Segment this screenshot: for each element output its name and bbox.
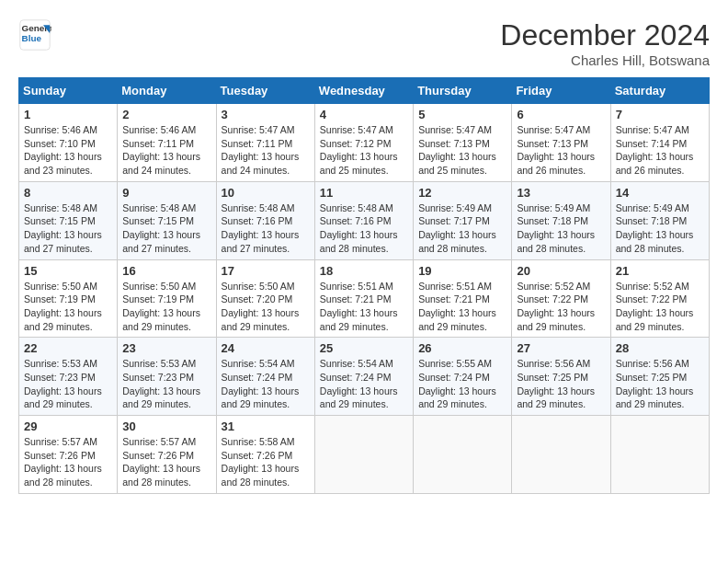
cell-info: Sunrise: 5:54 AMSunset: 7:24 PMDaylight:… <box>222 357 310 411</box>
calendar-cell: 9Sunrise: 5:48 AMSunset: 7:15 PMDaylight… <box>118 181 216 259</box>
cell-info: Sunrise: 5:57 AMSunset: 7:26 PMDaylight:… <box>24 435 112 489</box>
svg-text:Blue: Blue <box>22 33 42 43</box>
cell-info: Sunrise: 5:56 AMSunset: 7:25 PMDaylight:… <box>517 357 605 411</box>
cell-info: Sunrise: 5:57 AMSunset: 7:26 PMDaylight:… <box>122 435 210 489</box>
calendar-cell: 23Sunrise: 5:53 AMSunset: 7:23 PMDayligh… <box>118 338 216 416</box>
day-number: 16 <box>122 264 210 278</box>
day-number: 6 <box>517 108 605 121</box>
cell-info: Sunrise: 5:53 AMSunset: 7:23 PMDaylight:… <box>122 357 210 411</box>
day-number: 20 <box>517 264 605 278</box>
cell-info: Sunrise: 5:49 AMSunset: 7:17 PMDaylight:… <box>418 201 506 256</box>
calendar-cell: 8Sunrise: 5:48 AMSunset: 7:15 PMDaylight… <box>19 181 118 259</box>
cell-info: Sunrise: 5:50 AMSunset: 7:20 PMDaylight:… <box>222 280 310 334</box>
calendar-cell: 29Sunrise: 5:57 AMSunset: 7:26 PMDayligh… <box>19 416 118 494</box>
cell-info: Sunrise: 5:52 AMSunset: 7:22 PMDaylight:… <box>517 280 605 334</box>
calendar-cell: 19Sunrise: 5:51 AMSunset: 7:21 PMDayligh… <box>414 259 512 338</box>
cell-info: Sunrise: 5:46 AMSunset: 7:11 PMDaylight:… <box>122 123 210 178</box>
calendar-cell: 27Sunrise: 5:56 AMSunset: 7:25 PMDayligh… <box>512 338 610 416</box>
calendar-week-1: 1Sunrise: 5:46 AMSunset: 7:10 PMDaylight… <box>19 104 710 182</box>
cell-info: Sunrise: 5:55 AMSunset: 7:24 PMDaylight:… <box>418 357 506 411</box>
calendar-header-tuesday: Tuesday <box>216 78 314 104</box>
cell-info: Sunrise: 5:48 AMSunset: 7:16 PMDaylight:… <box>222 201 310 256</box>
day-number: 19 <box>418 264 506 278</box>
day-number: 1 <box>24 108 112 121</box>
cell-info: Sunrise: 5:47 AMSunset: 7:13 PMDaylight:… <box>418 123 506 178</box>
calendar-table: SundayMondayTuesdayWednesdayThursdayFrid… <box>18 77 710 494</box>
calendar-cell: 16Sunrise: 5:50 AMSunset: 7:19 PMDayligh… <box>118 259 216 338</box>
day-number: 21 <box>616 264 704 278</box>
day-number: 15 <box>24 264 112 278</box>
calendar-cell <box>314 416 413 494</box>
day-number: 22 <box>24 341 112 355</box>
calendar-cell: 28Sunrise: 5:56 AMSunset: 7:25 PMDayligh… <box>610 338 709 416</box>
cell-info: Sunrise: 5:47 AMSunset: 7:12 PMDaylight:… <box>320 123 408 178</box>
day-number: 9 <box>122 186 210 200</box>
day-number: 10 <box>222 186 310 200</box>
cell-info: Sunrise: 5:58 AMSunset: 7:26 PMDaylight:… <box>222 435 310 489</box>
calendar-cell: 18Sunrise: 5:51 AMSunset: 7:21 PMDayligh… <box>314 259 413 338</box>
calendar-cell: 15Sunrise: 5:50 AMSunset: 7:19 PMDayligh… <box>19 259 118 338</box>
calendar-header-sunday: Sunday <box>19 78 118 104</box>
calendar-week-3: 15Sunrise: 5:50 AMSunset: 7:19 PMDayligh… <box>19 259 710 338</box>
calendar-cell: 12Sunrise: 5:49 AMSunset: 7:17 PMDayligh… <box>414 181 512 259</box>
calendar-cell <box>414 416 512 494</box>
cell-info: Sunrise: 5:51 AMSunset: 7:21 PMDaylight:… <box>320 280 408 334</box>
day-number: 3 <box>222 108 310 121</box>
cell-info: Sunrise: 5:51 AMSunset: 7:21 PMDaylight:… <box>418 280 506 334</box>
day-number: 27 <box>517 341 605 355</box>
calendar-cell: 1Sunrise: 5:46 AMSunset: 7:10 PMDaylight… <box>19 104 118 182</box>
cell-info: Sunrise: 5:47 AMSunset: 7:13 PMDaylight:… <box>517 123 605 178</box>
cell-info: Sunrise: 5:48 AMSunset: 7:15 PMDaylight:… <box>122 201 210 256</box>
cell-info: Sunrise: 5:47 AMSunset: 7:11 PMDaylight:… <box>222 123 310 178</box>
day-number: 25 <box>320 341 408 355</box>
calendar-header-row: SundayMondayTuesdayWednesdayThursdayFrid… <box>19 78 710 104</box>
day-number: 26 <box>418 341 506 355</box>
calendar-cell <box>610 416 709 494</box>
calendar-cell: 7Sunrise: 5:47 AMSunset: 7:14 PMDaylight… <box>610 104 709 182</box>
day-number: 23 <box>122 341 210 355</box>
calendar-header-friday: Friday <box>512 78 610 104</box>
title-block: December 2024 Charles Hill, Botswana <box>500 18 710 68</box>
calendar-week-4: 22Sunrise: 5:53 AMSunset: 7:23 PMDayligh… <box>19 338 710 416</box>
day-number: 31 <box>222 419 310 433</box>
day-number: 11 <box>320 186 408 200</box>
cell-info: Sunrise: 5:52 AMSunset: 7:22 PMDaylight:… <box>616 280 704 334</box>
calendar-header-saturday: Saturday <box>610 78 709 104</box>
calendar-week-5: 29Sunrise: 5:57 AMSunset: 7:26 PMDayligh… <box>19 416 710 494</box>
calendar-cell: 17Sunrise: 5:50 AMSunset: 7:20 PMDayligh… <box>216 259 314 338</box>
location: Charles Hill, Botswana <box>500 52 710 68</box>
day-number: 28 <box>616 341 704 355</box>
day-number: 17 <box>222 264 310 278</box>
cell-info: Sunrise: 5:48 AMSunset: 7:15 PMDaylight:… <box>24 201 112 256</box>
cell-info: Sunrise: 5:53 AMSunset: 7:23 PMDaylight:… <box>24 357 112 411</box>
calendar-body: 1Sunrise: 5:46 AMSunset: 7:10 PMDaylight… <box>19 104 710 494</box>
day-number: 2 <box>122 108 210 121</box>
calendar-cell: 10Sunrise: 5:48 AMSunset: 7:16 PMDayligh… <box>216 181 314 259</box>
calendar-cell: 24Sunrise: 5:54 AMSunset: 7:24 PMDayligh… <box>216 338 314 416</box>
calendar-cell: 22Sunrise: 5:53 AMSunset: 7:23 PMDayligh… <box>19 338 118 416</box>
month-title: December 2024 <box>500 18 710 52</box>
calendar-cell: 6Sunrise: 5:47 AMSunset: 7:13 PMDaylight… <box>512 104 610 182</box>
day-number: 30 <box>122 419 210 433</box>
page-header: General Blue December 2024 Charles Hill,… <box>18 18 710 68</box>
calendar-cell: 31Sunrise: 5:58 AMSunset: 7:26 PMDayligh… <box>216 416 314 494</box>
cell-info: Sunrise: 5:56 AMSunset: 7:25 PMDaylight:… <box>616 357 704 411</box>
calendar-cell: 14Sunrise: 5:49 AMSunset: 7:18 PMDayligh… <box>610 181 709 259</box>
logo-icon: General Blue <box>18 18 51 52</box>
day-number: 29 <box>24 419 112 433</box>
calendar-header-monday: Monday <box>118 78 216 104</box>
calendar-cell: 11Sunrise: 5:48 AMSunset: 7:16 PMDayligh… <box>314 181 413 259</box>
calendar-cell: 20Sunrise: 5:52 AMSunset: 7:22 PMDayligh… <box>512 259 610 338</box>
calendar-header-wednesday: Wednesday <box>314 78 413 104</box>
cell-info: Sunrise: 5:49 AMSunset: 7:18 PMDaylight:… <box>616 201 704 256</box>
calendar-week-2: 8Sunrise: 5:48 AMSunset: 7:15 PMDaylight… <box>19 181 710 259</box>
cell-info: Sunrise: 5:50 AMSunset: 7:19 PMDaylight:… <box>122 280 210 334</box>
cell-info: Sunrise: 5:54 AMSunset: 7:24 PMDaylight:… <box>320 357 408 411</box>
calendar-cell: 26Sunrise: 5:55 AMSunset: 7:24 PMDayligh… <box>414 338 512 416</box>
calendar-cell: 30Sunrise: 5:57 AMSunset: 7:26 PMDayligh… <box>118 416 216 494</box>
calendar-cell: 5Sunrise: 5:47 AMSunset: 7:13 PMDaylight… <box>414 104 512 182</box>
cell-info: Sunrise: 5:49 AMSunset: 7:18 PMDaylight:… <box>517 201 605 256</box>
logo: General Blue <box>18 18 51 52</box>
calendar-cell <box>512 416 610 494</box>
day-number: 7 <box>616 108 704 121</box>
